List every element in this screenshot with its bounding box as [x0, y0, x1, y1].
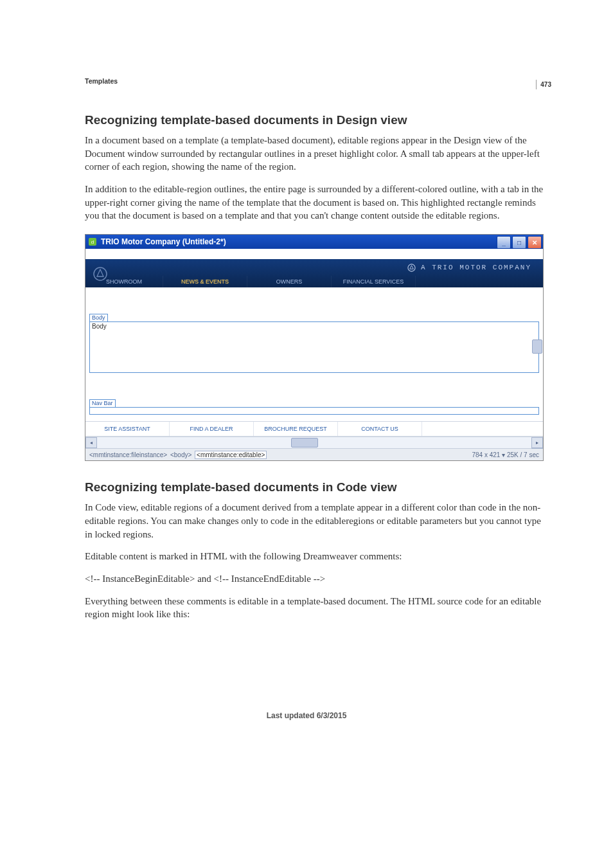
- banner-menu: SHOWROOM NEWS & EVENTS OWNERS FINANCIAL …: [85, 276, 543, 287]
- page-number: 473: [536, 80, 551, 89]
- horizontal-scroll-thumb[interactable]: [291, 438, 318, 448]
- close-button[interactable]: ✕: [528, 236, 542, 249]
- editable-region-navbar: Nav Bar: [89, 399, 539, 415]
- dreamweaver-icon: d: [88, 237, 97, 246]
- statusbar: <mmtinstance:fileinstance> <body> <mmtin…: [85, 448, 543, 460]
- section2-para3: <!-- InstanceBeginEditable> and <!-- Ins…: [85, 572, 549, 586]
- window-title-text: TRIO Motor Company (Untitled-2*): [101, 237, 226, 246]
- scroll-right-button[interactable]: ▸: [531, 437, 543, 448]
- menu-owners[interactable]: OWNERS: [247, 276, 332, 287]
- footer-find-dealer[interactable]: FIND A DEALER: [170, 422, 254, 436]
- section2-title: Recognizing template-based documents in …: [85, 480, 549, 494]
- footer-site-assistant[interactable]: SITE ASSISTANT: [85, 422, 170, 436]
- editable-region-body-tab: Body: [89, 314, 108, 321]
- window-titlebar: d TRIO Motor Company (Untitled-2*) _ □ ✕: [85, 235, 543, 249]
- path-fileinstance[interactable]: <mmtinstance:fileinstance>: [89, 451, 167, 458]
- company-label-text: A TRIO MOTOR COMPANY: [421, 264, 531, 271]
- section2-para2: Editable content is marked in HTML with …: [85, 550, 549, 563]
- figure-body: Template:trioHome ▴ A TRIO MOTOR COMPANY: [85, 259, 543, 460]
- footer-brochure[interactable]: BROCHURE REQUEST: [254, 422, 338, 436]
- path-editable[interactable]: <mmtinstance:editable>: [195, 451, 267, 459]
- figure: d TRIO Motor Company (Untitled-2*) _ □ ✕…: [85, 234, 544, 461]
- editable-region-navbar-content[interactable]: [89, 407, 539, 415]
- tag-selector-path[interactable]: <mmtinstance:fileinstance> <body> <mmtin…: [89, 451, 268, 458]
- horizontal-scrollbar: ◂ ▸: [85, 437, 543, 448]
- editable-region-body: Body Body: [89, 313, 539, 373]
- maximize-button[interactable]: □: [512, 236, 526, 249]
- company-mini-logo-icon: [407, 264, 416, 272]
- editable-region-body-content[interactable]: Body: [89, 321, 539, 373]
- company-label: A TRIO MOTOR COMPANY: [407, 264, 531, 272]
- window-controls: _ □ ✕: [497, 236, 542, 249]
- vertical-scroll-thumb[interactable]: [532, 339, 542, 354]
- menu-news-events[interactable]: NEWS & EVENTS: [163, 276, 247, 287]
- footer-contact[interactable]: CONTACT US: [338, 422, 422, 436]
- status-size-info: 784 x 421 ▾ 25K / 7 sec: [472, 451, 539, 458]
- footer-row: SITE ASSISTANT FIND A DEALER BROCHURE RE…: [85, 421, 543, 437]
- menu-showroom[interactable]: SHOWROOM: [85, 276, 163, 287]
- section1-para1: In a document based on a template (a tem…: [85, 134, 549, 174]
- minimize-button[interactable]: _: [497, 236, 511, 249]
- running-head: Templates: [85, 77, 549, 85]
- svg-text:d: d: [91, 239, 94, 245]
- last-updated: Last updated 6/3/2015: [0, 711, 613, 720]
- section1-title: Recognizing template-based documents in …: [85, 113, 549, 127]
- section1-para2: In addition to the editable-region outli…: [85, 183, 549, 222]
- scroll-left-button[interactable]: ◂: [85, 437, 97, 448]
- editable-region-navbar-tab: Nav Bar: [89, 399, 116, 407]
- section2-para1: In Code view, editable regions of a docu…: [85, 501, 549, 541]
- menu-financial[interactable]: FINANCIAL SERVICES: [332, 276, 416, 287]
- path-body[interactable]: <body>: [170, 451, 191, 458]
- page-banner: A TRIO MOTOR COMPANY SHOWROOM NEWS & EVE…: [85, 259, 543, 287]
- section2-para4: Everything between these comments is edi…: [85, 595, 549, 621]
